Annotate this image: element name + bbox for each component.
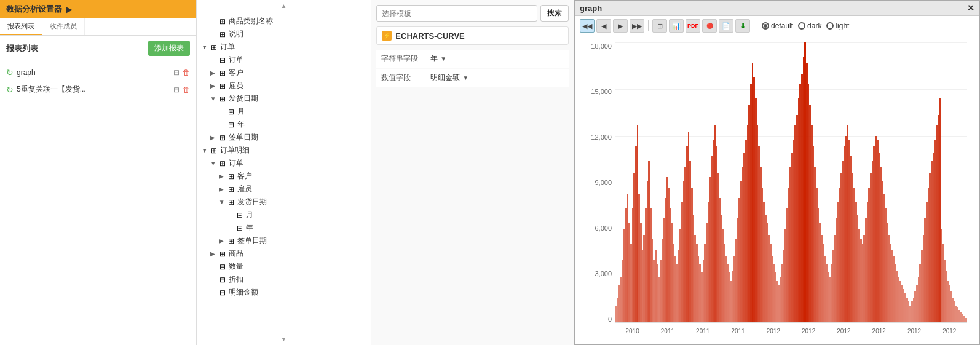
template-search-input[interactable] (376, 5, 537, 22)
toolbar-table-btn[interactable]: ⊞ (652, 19, 667, 33)
reports-header: 报表列表 添加报表 (0, 36, 196, 61)
tree-item[interactable]: ⊟月 (197, 105, 371, 118)
tree-arrow-icon: ▶ (210, 82, 218, 89)
x-label: 2011 (696, 328, 709, 335)
tree-item[interactable]: ⊟明细金额 (197, 286, 371, 299)
tree-item[interactable]: ⊟数量 (197, 260, 371, 273)
delete-icon[interactable]: 🗑 (183, 68, 190, 77)
tree-item[interactable]: ⊞说明 (197, 28, 371, 41)
toolbar-separator (754, 20, 754, 31)
report-list: ↻ graph ⊟ 🗑 ↻ 5重复关联一【发货... ⊟ 🗑 (0, 61, 196, 101)
dropdown-arrow-icon[interactable]: ▼ (440, 55, 446, 62)
tree-item[interactable]: ⊟月 (197, 208, 371, 221)
tree-arrow-icon: ▶ (219, 186, 226, 192)
add-report-button[interactable]: 添加报表 (148, 41, 190, 56)
scroll-up-arrow[interactable]: ▲ (197, 0, 371, 12)
toolbar-next-btn[interactable]: ▶ (613, 19, 628, 33)
toolbar-pdf-btn[interactable]: PDF (686, 19, 700, 33)
tree-label: 订单 (220, 42, 235, 52)
theme-dark-radio[interactable]: dark (798, 22, 821, 30)
refresh-icon[interactable]: ↻ (6, 85, 14, 95)
copy-icon[interactable]: ⊟ (173, 85, 180, 94)
tree-arrow-icon: ▼ (202, 147, 209, 154)
toolbar-last-btn[interactable]: ▶▶ (630, 19, 644, 33)
toolbar-first-btn[interactable]: ◀◀ (580, 19, 595, 33)
y-label: 18,000 (584, 42, 612, 50)
report-name[interactable]: 5重复关联一【发货... (17, 84, 170, 95)
toolbar-download-btn[interactable]: ⬇ (735, 19, 750, 33)
y-label: 3,000 (584, 270, 612, 277)
tree-node-icon: ⊟ (226, 121, 236, 129)
chart-bar (965, 318, 967, 322)
tree-label: 雇员 (237, 184, 252, 194)
field-num-label: 数值字段 (381, 73, 430, 83)
tree-node-icon: ⊞ (226, 185, 236, 194)
theme-light-radio[interactable]: light (826, 22, 849, 30)
field-str-value[interactable]: 年 ▼ (430, 54, 446, 64)
tree-item[interactable]: ▼⊞订单 (197, 157, 371, 170)
toolbar-chart-btn[interactable]: 📊 (669, 19, 684, 33)
tree-item[interactable]: ⊟订单 (197, 54, 371, 66)
tree-label: 数量 (229, 261, 243, 272)
toolbar-prev-btn[interactable]: ◀ (596, 19, 611, 33)
tree-node-icon: ⊞ (218, 133, 227, 142)
tree-arrow-icon: ▶ (210, 250, 218, 257)
tab-reports[interactable]: 报表列表 (0, 18, 42, 35)
tree-item[interactable]: ▼⊞发货日期 (197, 196, 371, 208)
tree-node-icon: ⊟ (226, 108, 236, 116)
scroll-down-arrow[interactable]: ▼ (197, 333, 371, 345)
tree-node-icon: ⊟ (235, 211, 245, 220)
dropdown-arrow-icon[interactable]: ▼ (462, 74, 468, 81)
x-label: 2012 (872, 328, 886, 335)
radio-circle-icon (798, 22, 805, 30)
tree-item[interactable]: ▶⊞客户 (197, 170, 371, 183)
tree-arrow-icon: ▶ (210, 69, 218, 76)
tree-item[interactable]: ▶⊞客户 (197, 66, 371, 79)
tree-node-icon: ⊞ (226, 198, 236, 207)
delete-icon[interactable]: 🗑 (183, 85, 190, 94)
tab-members[interactable]: 收件成员 (42, 18, 85, 35)
report-name[interactable]: graph (17, 68, 170, 77)
x-label: 2012 (837, 328, 850, 335)
toolbar-ppt-btn[interactable]: 🔴 (702, 19, 717, 33)
tree-item[interactable]: ▼⊞发货日期 (197, 92, 371, 105)
refresh-icon[interactable]: ↻ (6, 68, 14, 77)
chart-area: 18,000 15,000 12,000 9,000 6,000 3,000 0… (584, 42, 970, 341)
graph-titlebar: graph ✕ (575, 1, 979, 16)
tree-node-icon: ⊟ (235, 224, 245, 232)
tree-item[interactable]: ⊟折扣 (197, 273, 371, 286)
search-button[interactable]: 搜索 (540, 5, 569, 22)
tree-item[interactable]: ▶⊞签单日期 (197, 234, 371, 247)
y-label: 9,000 (584, 179, 612, 186)
tree-item[interactable]: ⊟年 (197, 221, 371, 234)
tree-scroll: ⊞商品类别名称⊞说明▼⊞订单⊟订单▶⊞客户▶⊞雇员▼⊞发货日期⊟月⊟年▶⊞签单日… (197, 12, 371, 333)
tree-item[interactable]: ▼⊞订单 (197, 41, 371, 54)
close-icon[interactable]: ✕ (967, 3, 974, 13)
tree-item[interactable]: ▶⊞雇员 (197, 183, 371, 196)
tree-arrow-icon: ▼ (202, 44, 209, 50)
tree-node-icon: ⊞ (218, 30, 227, 39)
copy-icon[interactable]: ⊟ (173, 68, 180, 77)
tree-label: 商品类别名称 (229, 16, 273, 26)
toolbar-doc-btn[interactable]: 📄 (719, 19, 733, 33)
x-label: 2010 (626, 328, 639, 335)
tree-item[interactable]: ▶⊞雇员 (197, 79, 371, 92)
field-num-row: 数值字段 明细金额 ▼ (376, 69, 569, 87)
tree-node-icon: ⊞ (209, 146, 219, 155)
list-item: ↻ graph ⊟ 🗑 (0, 65, 196, 81)
tree-item[interactable]: ▶⊞签单日期 (197, 131, 371, 144)
tree-label: 客户 (229, 68, 243, 78)
tree-item[interactable]: ⊟年 (197, 118, 371, 131)
x-axis: 2010 2011 2011 2011 2012 2012 2012 2012 … (615, 326, 967, 341)
graph-toolbar: ◀◀ ◀ ▶ ▶▶ ⊞ 📊 PDF 🔴 📄 ⬇ default dark lig… (575, 16, 979, 36)
tree-node-icon: ⊟ (218, 263, 227, 271)
tree-item[interactable]: ⊞商品类别名称 (197, 15, 371, 28)
theme-default-radio[interactable]: default (762, 22, 793, 30)
template-selected: ⚡ ECHARTS-CURVE (376, 26, 569, 45)
graph-title: graph (580, 4, 602, 13)
app-header: 数据分析设置器 ▶ (0, 0, 196, 18)
tree-item[interactable]: ▼⊞订单明细 (197, 144, 371, 157)
tree-item[interactable]: ▶⊞商品 (197, 247, 371, 260)
field-num-value[interactable]: 明细金额 ▼ (430, 73, 468, 83)
tree-node-icon: ⊞ (218, 69, 227, 77)
